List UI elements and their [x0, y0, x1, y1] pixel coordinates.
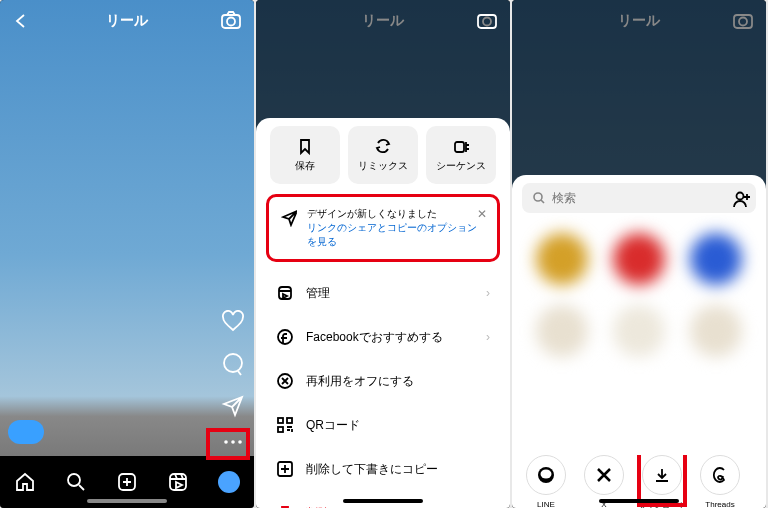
- notice-line1: デザインが新しくなりました: [307, 207, 485, 221]
- camera-button[interactable]: [732, 10, 754, 32]
- nav-profile[interactable]: [218, 471, 240, 493]
- user-tag-pill[interactable]: [8, 420, 44, 444]
- page-title: リール: [106, 12, 148, 30]
- home-indicator: [599, 499, 679, 503]
- add-people-button[interactable]: [732, 189, 752, 209]
- save-button[interactable]: 保存: [270, 126, 340, 184]
- row-label: 削除して下書きにコピー: [306, 461, 438, 478]
- camera-button[interactable]: [476, 10, 498, 32]
- comment-button[interactable]: [221, 352, 245, 376]
- share-whatsapp[interactable]: WhatsA: [752, 455, 756, 508]
- sequence-button[interactable]: シーケンス: [426, 126, 496, 184]
- svg-point-6: [68, 474, 80, 486]
- svg-point-24: [541, 470, 552, 479]
- row-qr-code[interactable]: QRコード: [266, 404, 500, 446]
- svg-rect-16: [287, 418, 292, 423]
- home-indicator: [87, 499, 167, 503]
- nav-reels[interactable]: [167, 471, 189, 493]
- options-sheet-screen: リール 保存 リミックス シーケンス デザインが新しくなりました リンクのシェ: [256, 0, 510, 508]
- notice-line2: リンクのシェアとコピーのオプションを見る: [307, 221, 485, 249]
- top-bar: リール: [256, 0, 510, 42]
- row-label: 管理: [306, 285, 330, 302]
- page-title: リール: [362, 12, 404, 30]
- page-title: リール: [618, 12, 660, 30]
- sequence-label: シーケンス: [436, 159, 486, 173]
- nav-search[interactable]: [65, 471, 87, 493]
- row-fb-recommend[interactable]: Facebookでおすすめする ›: [266, 316, 500, 358]
- chevron-right-icon: ›: [486, 330, 490, 344]
- share-sheet-screen: リール LINE: [512, 0, 766, 508]
- tutorial-highlight: [206, 428, 250, 460]
- svg-point-22: [534, 193, 542, 201]
- reel-view-screen: リール: [0, 0, 254, 508]
- top-bar: リール: [0, 0, 254, 42]
- svg-point-10: [483, 18, 491, 26]
- options-bottom-sheet: 保存 リミックス シーケンス デザインが新しくなりました リンクのシェアとコピー…: [256, 118, 510, 508]
- nav-home[interactable]: [14, 471, 36, 493]
- remix-label: リミックス: [358, 159, 408, 173]
- row-label: 削除: [306, 505, 330, 509]
- row-label: QRコード: [306, 417, 360, 434]
- contacts-grid-blurred: [512, 223, 766, 443]
- sheet-top-actions: 保存 リミックス シーケンス: [266, 126, 500, 184]
- share-bottom-sheet: LINE X ダウンロード Threads WhatsA: [512, 175, 766, 508]
- row-manage[interactable]: 管理 ›: [266, 272, 500, 314]
- search-input[interactable]: [552, 191, 746, 205]
- like-button[interactable]: [221, 310, 245, 334]
- camera-button[interactable]: [220, 10, 242, 32]
- nav-create[interactable]: [116, 471, 138, 493]
- chevron-right-icon: ›: [486, 286, 490, 300]
- row-label: Facebookでおすすめする: [306, 329, 443, 346]
- home-indicator: [343, 499, 423, 503]
- svg-point-20: [739, 18, 747, 26]
- svg-point-1: [227, 18, 235, 26]
- svg-point-2: [224, 354, 242, 372]
- svg-rect-11: [455, 142, 464, 152]
- notice-close-button[interactable]: ✕: [477, 207, 487, 221]
- remix-button[interactable]: リミックス: [348, 126, 418, 184]
- share-notice-banner[interactable]: デザインが新しくなりました リンクのシェアとコピーのオプションを見る ✕: [266, 194, 500, 262]
- row-reuse-off[interactable]: 再利用をオフにする: [266, 360, 500, 402]
- svg-rect-17: [278, 427, 283, 432]
- row-label: 再利用をオフにする: [306, 373, 414, 390]
- save-label: 保存: [295, 159, 315, 173]
- svg-point-21: [737, 193, 744, 200]
- svg-rect-15: [278, 418, 283, 423]
- row-delete-to-draft[interactable]: 削除して下書きにコピー: [266, 448, 500, 490]
- share-threads[interactable]: Threads: [694, 455, 746, 508]
- back-button[interactable]: [12, 12, 30, 30]
- share-label: LINE: [537, 500, 555, 508]
- svg-point-13: [278, 330, 292, 344]
- share-button[interactable]: [221, 394, 245, 418]
- search-field[interactable]: [522, 183, 756, 213]
- share-label: Threads: [705, 500, 734, 508]
- top-bar: リール: [512, 0, 766, 42]
- share-line[interactable]: LINE: [520, 455, 572, 508]
